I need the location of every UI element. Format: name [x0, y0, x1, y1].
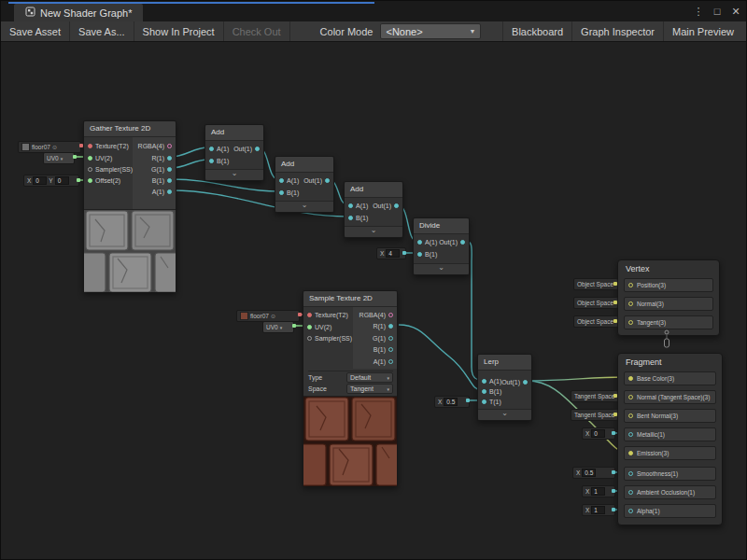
port-a[interactable] [167, 189, 172, 194]
save-as-button[interactable]: Save As... [70, 21, 134, 41]
offset-y-input[interactable]: 0 [55, 176, 69, 185]
caret-icon: ▾ [61, 156, 63, 161]
port-position[interactable] [628, 283, 633, 287]
port-texture[interactable] [88, 144, 92, 148]
port-b[interactable] [209, 159, 214, 163]
collapse-chevron-icon[interactable]: ⌄ [275, 201, 333, 212]
port-emission[interactable] [628, 451, 633, 455]
port-out[interactable] [325, 178, 330, 183]
port-a[interactable] [209, 147, 214, 151]
lerp-t-const[interactable]: X 0.5 [434, 396, 470, 408]
block-fragment[interactable]: Fragment Base Color(3) Normal (Tangent S… [617, 353, 723, 525]
normal-ts-space-chip[interactable]: Tangent Space [571, 390, 618, 402]
port-metallic[interactable] [628, 432, 633, 437]
lerp-t-input[interactable]: 0.5 [444, 398, 458, 406]
smoothness-input[interactable]: 0.5 [582, 469, 596, 477]
port-base-color[interactable] [628, 376, 633, 381]
shader-graph-icon [25, 7, 35, 19]
alpha-const[interactable]: X 1 [582, 504, 615, 516]
port-out[interactable] [255, 147, 260, 151]
port-label: A(1) [152, 189, 164, 195]
port-ambient-occlusion[interactable] [628, 490, 633, 495]
port-b[interactable] [388, 347, 393, 352]
menu-icon[interactable]: ⋮ [690, 3, 707, 20]
space-dropdown[interactable]: Tangent▾ [346, 384, 393, 394]
blackboard-button[interactable]: Blackboard [502, 21, 571, 41]
block-vertex[interactable]: Vertex Position(3) Normal(3) Tangent(3) [617, 259, 720, 336]
node-lerp[interactable]: Lerp A(1) B(1) T(1) Out(1) ⌄ [477, 354, 532, 421]
node-gather-texture-2d[interactable]: Gather Texture 2D Texture(T2) UV(2) Samp… [83, 120, 176, 292]
port-g[interactable] [167, 167, 172, 172]
port-b[interactable] [279, 190, 284, 195]
save-asset-button[interactable]: Save Asset [1, 21, 70, 41]
port-r[interactable] [167, 156, 172, 161]
node-sample-texture-2d[interactable]: Sample Texture 2D Texture(T2) UV(2) Samp… [303, 290, 398, 486]
port-normal-ts[interactable] [628, 395, 633, 399]
port-out[interactable] [460, 240, 465, 245]
collapse-chevron-icon[interactable]: ⌄ [478, 409, 531, 420]
port-uv[interactable] [88, 156, 92, 161]
object-picker-icon[interactable]: ⊙ [271, 313, 275, 319]
port-a[interactable] [417, 240, 422, 245]
object-picker-icon[interactable]: ⊙ [52, 144, 57, 150]
main-preview-button[interactable]: Main Preview [663, 21, 742, 41]
port-b[interactable] [482, 389, 486, 394]
port-g[interactable] [388, 336, 393, 341]
port-rgba[interactable] [167, 144, 172, 148]
collapse-chevron-icon[interactable]: ⌄ [414, 263, 469, 274]
type-dropdown[interactable]: Default▾ [346, 372, 393, 383]
graph-inspector-button[interactable]: Graph Inspector [571, 21, 663, 41]
color-mode-dropdown[interactable]: <None> ▼ [380, 23, 481, 39]
port-smoothness[interactable] [628, 471, 633, 476]
port-b[interactable] [348, 216, 353, 220]
bent-normal-space-chip[interactable]: Tangent Space [571, 409, 618, 421]
port-b[interactable] [167, 178, 172, 183]
port-bent-normal[interactable] [628, 413, 633, 418]
collapse-chevron-icon[interactable]: ⌄ [205, 169, 263, 180]
port-b[interactable] [417, 252, 422, 257]
port-sampler[interactable] [307, 336, 312, 341]
alpha-input[interactable]: 1 [591, 506, 605, 514]
show-in-project-button[interactable]: Show In Project [134, 21, 224, 41]
metallic-input[interactable]: 0 [591, 429, 605, 438]
port-a[interactable] [388, 359, 393, 364]
port-tangent[interactable] [628, 320, 633, 325]
node-add-2[interactable]: Add A(1) B(1) Out(1) ⌄ [275, 156, 334, 213]
node-divide[interactable]: Divide A(1) B(1) Out(1) ⌄ [413, 217, 470, 275]
close-icon[interactable]: ✕ [727, 3, 744, 20]
gather-offset-fields[interactable]: X 0 Y 0 [23, 175, 79, 187]
collapse-chevron-icon[interactable]: ⌄ [345, 226, 402, 237]
port-uv[interactable] [307, 325, 312, 329]
uv-connector [292, 324, 296, 328]
port-out[interactable] [394, 203, 399, 208]
ambient-occlusion-const[interactable]: X 1 [582, 485, 615, 497]
texture-connector [298, 313, 302, 316]
maximize-icon[interactable]: □ [709, 3, 726, 20]
node-add-3[interactable]: Add A(1) B(1) Out(1) ⌄ [344, 181, 403, 238]
divide-b-input[interactable]: 4 [386, 249, 400, 258]
port-texture[interactable] [307, 313, 312, 317]
normal-space-chip[interactable]: Object Space [573, 297, 618, 309]
tab-new-shader-graph[interactable]: New Shader Graph* [14, 4, 143, 21]
port-alpha[interactable] [628, 509, 633, 513]
metallic-const[interactable]: X 0 [582, 427, 615, 440]
port-a[interactable] [279, 178, 284, 183]
port-a[interactable] [348, 203, 353, 208]
ambient-occlusion-input[interactable]: 1 [591, 487, 605, 496]
port-a[interactable] [482, 379, 486, 384]
port-offset[interactable] [88, 178, 92, 183]
tangent-space-chip[interactable]: Object Space [573, 315, 618, 328]
port-rgba[interactable] [388, 313, 393, 317]
node-add-1[interactable]: Add A(1) B(1) Out(1) ⌄ [204, 124, 264, 181]
port-normal[interactable] [628, 301, 633, 306]
offset-x-input[interactable]: 0 [33, 176, 47, 185]
port-sampler[interactable] [88, 167, 92, 172]
position-space-chip[interactable]: Object Space [573, 278, 618, 290]
space-connector [613, 394, 617, 398]
smoothness-const[interactable]: X 0.5 [572, 467, 615, 479]
port-t[interactable] [482, 399, 486, 404]
port-out[interactable] [523, 380, 528, 385]
gather-uv-dropdown[interactable]: UV0 ▾ [43, 152, 75, 164]
sample-uv-dropdown[interactable]: UV0 ▾ [262, 321, 294, 333]
port-r[interactable] [388, 324, 393, 329]
